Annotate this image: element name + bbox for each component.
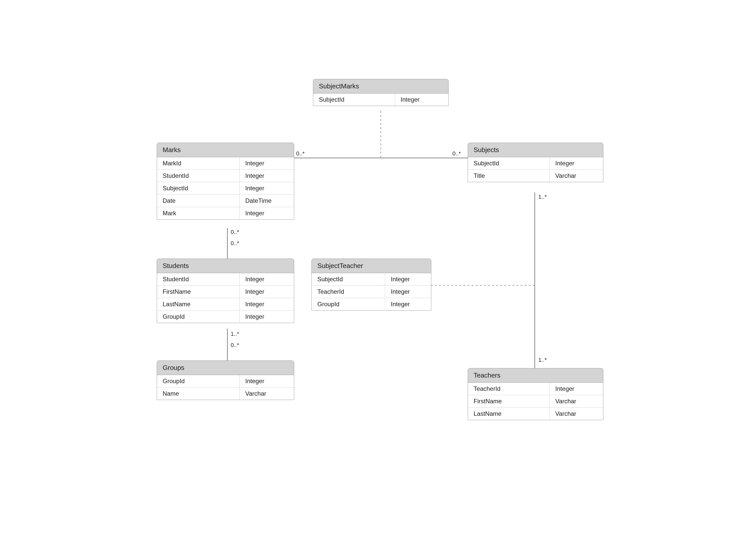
entity-subjectmarks[interactable]: SubjectMarks SubjectId Integer [313, 79, 449, 106]
multiplicity-label: 0..* [452, 150, 461, 157]
table-row: GroupIdInteger [312, 298, 431, 310]
table-row: FirstNameInteger [157, 286, 294, 298]
table-row: SubjectId Integer [313, 94, 448, 106]
table-row: SubjectIdInteger [312, 273, 431, 286]
table-row: TeacherIdInteger [312, 286, 431, 298]
entity-students[interactable]: Students StudentIdInteger FirstNameInteg… [157, 259, 294, 323]
col-type: Integer [395, 94, 448, 106]
table-row: StudentIdInteger [157, 170, 294, 182]
table-row: LastNameVarchar [468, 408, 603, 420]
multiplicity-label: 0..* [231, 240, 239, 247]
table-row: MarkInteger [157, 207, 294, 219]
table-row: FirstNameVarchar [468, 395, 603, 408]
multiplicity-label: 0..* [231, 229, 239, 236]
entity-title: Students [157, 259, 294, 273]
table-row: NameVarchar [157, 387, 294, 400]
col-name: SubjectId [313, 94, 395, 106]
er-diagram-canvas: SubjectMarks SubjectId Integer Marks Mar… [0, 0, 756, 535]
entity-title: Teachers [468, 368, 603, 383]
table-row: TeacherIdInteger [468, 383, 603, 395]
table-row: GroupIdInteger [157, 375, 294, 387]
table-row: StudentIdInteger [157, 273, 294, 286]
entity-subjectteacher[interactable]: SubjectTeacher SubjectIdInteger TeacherI… [311, 259, 431, 311]
multiplicity-label: 1..* [538, 357, 547, 363]
entity-title: SubjectTeacher [312, 259, 431, 273]
entity-groups[interactable]: Groups GroupIdInteger NameVarchar [157, 360, 294, 400]
entity-subjects[interactable]: Subjects SubjectIdInteger TitleVarchar [468, 143, 603, 182]
table-row: TitleVarchar [468, 170, 603, 182]
table-row: DateDateTime [157, 195, 294, 207]
entity-title: SubjectMarks [313, 79, 448, 94]
entity-marks[interactable]: Marks MarkIdInteger StudentIdInteger Sub… [157, 143, 294, 220]
multiplicity-label: 1..* [231, 331, 239, 337]
entity-teachers[interactable]: Teachers TeacherIdInteger FirstNameVarch… [468, 368, 603, 420]
entity-title: Groups [157, 361, 294, 375]
table-row: SubjectIdInteger [157, 182, 294, 195]
entity-title: Subjects [468, 143, 603, 157]
table-row: MarkIdInteger [157, 157, 294, 170]
multiplicity-label: 1..* [538, 194, 547, 200]
table-row: SubjectIdInteger [468, 157, 603, 170]
table-row: GroupIdInteger [157, 311, 294, 323]
multiplicity-label: 0..* [296, 150, 305, 157]
multiplicity-label: 0..* [231, 342, 239, 349]
entity-title: Marks [157, 143, 294, 157]
table-row: LastNameInteger [157, 298, 294, 311]
